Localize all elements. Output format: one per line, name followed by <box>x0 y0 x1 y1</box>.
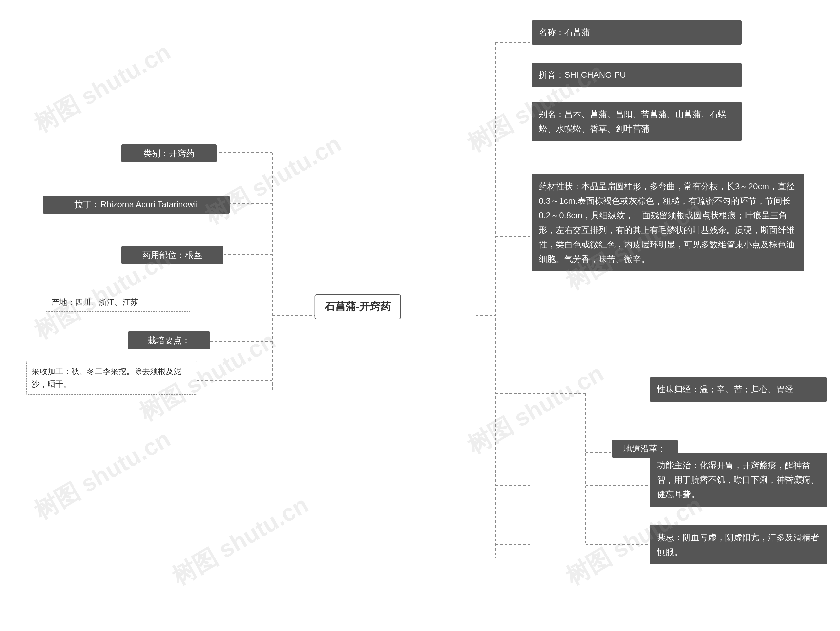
watermark-5: 树图 shutu.cn <box>28 423 176 527</box>
pinyin-box: 拼音：SHI CHANG PU <box>532 63 742 87</box>
contraindication-box: 禁忌：阴血亏虚，阴虚阳亢，汗多及滑精者慎服。 <box>650 525 827 565</box>
function-box: 功能主治：化湿开胃，开窍豁痰，醒神益智，用于脘痞不饥，噤口下痢，神昏癫痫、健忘耳… <box>650 453 827 507</box>
properties-box: 药材性状：本品呈扁圆柱形，多弯曲，常有分枝，长3～20cm，直径0.3～1cm.… <box>532 174 804 271</box>
latin-box: 拉丁：Rhizoma Acori Tatarinowii <box>43 196 230 214</box>
watermark-2: 树图 shutu.cn <box>199 128 347 231</box>
watermark-6: 树图 shutu.cn <box>166 489 314 592</box>
origin-box: 产地：四川、浙江、江苏 <box>46 293 190 312</box>
central-node: 石菖蒲-开窍药 <box>315 294 401 319</box>
taste-box: 性味归经：温；辛、苦；归心、胃经 <box>650 377 827 402</box>
alias-box: 别名：昌本、菖蒲、昌阳、苦菖蒲、山菖蒲、石蜈蚣、水蜈蚣、香草、剑叶菖蒲 <box>532 102 742 141</box>
category-box: 类别：开窍药 <box>122 144 216 162</box>
watermark-1: 树图 shutu.cn <box>28 36 176 139</box>
watermark-9: 树图 shutu.cn <box>462 358 609 461</box>
part-box: 药用部位：根茎 <box>122 246 223 264</box>
harvest-box: 采收加工：秋、冬二季采挖。除去须根及泥沙，晒干。 <box>26 361 197 395</box>
cultivation-box: 栽培要点： <box>128 331 210 349</box>
name-box: 名称：石菖蒲 <box>532 21 742 45</box>
